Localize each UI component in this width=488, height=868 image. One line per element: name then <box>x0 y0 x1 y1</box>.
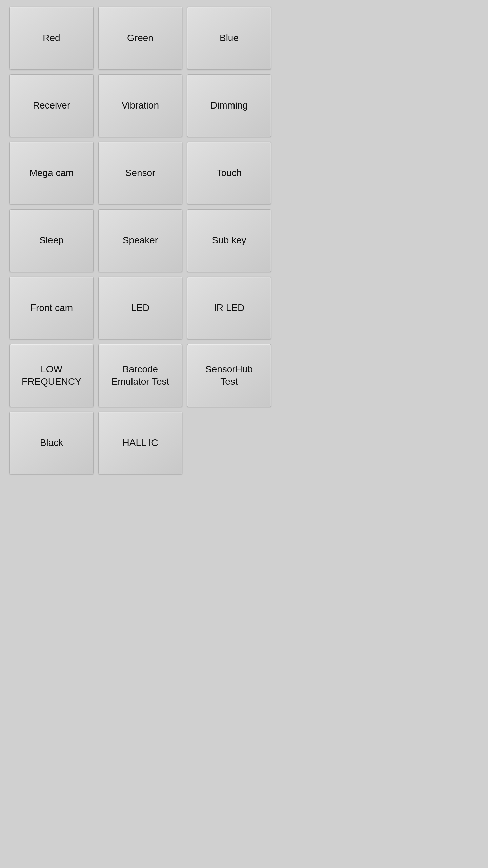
grid-item-label-black: Black <box>40 437 63 449</box>
grid-item-label-led: LED <box>131 302 149 314</box>
grid-item-label-hall-ic: HALL IC <box>123 437 158 449</box>
grid-item-label-touch: Touch <box>217 167 242 179</box>
grid-item-front-cam[interactable]: Front cam <box>9 277 94 339</box>
grid-item-barcode-emulator-test[interactable]: Barcode Emulator Test <box>98 344 182 407</box>
main-grid: RedGreenBlueReceiverVibrationDimmingMega… <box>9 7 271 474</box>
grid-item-mega-cam[interactable]: Mega cam <box>9 142 94 204</box>
grid-item-ir-led[interactable]: IR LED <box>187 277 271 339</box>
grid-item-touch[interactable]: Touch <box>187 142 271 204</box>
grid-item-label-sensor: Sensor <box>125 167 156 179</box>
grid-item-blue[interactable]: Blue <box>187 7 271 70</box>
grid-item-black[interactable]: Black <box>9 412 94 474</box>
grid-item-label-low-frequency: LOW FREQUENCY <box>22 363 81 388</box>
grid-item-dimming[interactable]: Dimming <box>187 74 271 137</box>
grid-item-sensor[interactable]: Sensor <box>98 142 182 204</box>
grid-item-label-ir-led: IR LED <box>214 302 244 314</box>
grid-item-sleep[interactable]: Sleep <box>9 209 94 272</box>
grid-item-low-frequency[interactable]: LOW FREQUENCY <box>9 344 94 407</box>
grid-item-green[interactable]: Green <box>98 7 182 70</box>
grid-item-label-red: Red <box>43 32 60 44</box>
grid-item-label-dimming: Dimming <box>210 99 248 112</box>
grid-item-vibration[interactable]: Vibration <box>98 74 182 137</box>
grid-item-label-mega-cam: Mega cam <box>29 167 74 179</box>
grid-item-red[interactable]: Red <box>9 7 94 70</box>
grid-item-hall-ic[interactable]: HALL IC <box>98 412 182 474</box>
grid-item-label-receiver: Receiver <box>33 99 70 112</box>
grid-item-label-sensorhub-test: SensorHub Test <box>205 363 253 388</box>
grid-item-label-sub-key: Sub key <box>212 234 246 246</box>
grid-item-receiver[interactable]: Receiver <box>9 74 94 137</box>
grid-item-label-barcode-emulator-test: Barcode Emulator Test <box>111 363 169 388</box>
grid-item-label-green: Green <box>127 32 154 44</box>
grid-item-label-blue: Blue <box>220 32 239 44</box>
grid-item-speaker[interactable]: Speaker <box>98 209 182 272</box>
grid-item-sub-key[interactable]: Sub key <box>187 209 271 272</box>
grid-item-label-sleep: Sleep <box>39 234 64 246</box>
grid-item-label-front-cam: Front cam <box>30 302 73 314</box>
grid-item-label-speaker: Speaker <box>123 234 158 246</box>
grid-item-led[interactable]: LED <box>98 277 182 339</box>
grid-item-label-vibration: Vibration <box>122 99 159 112</box>
grid-item-sensorhub-test[interactable]: SensorHub Test <box>187 344 271 407</box>
